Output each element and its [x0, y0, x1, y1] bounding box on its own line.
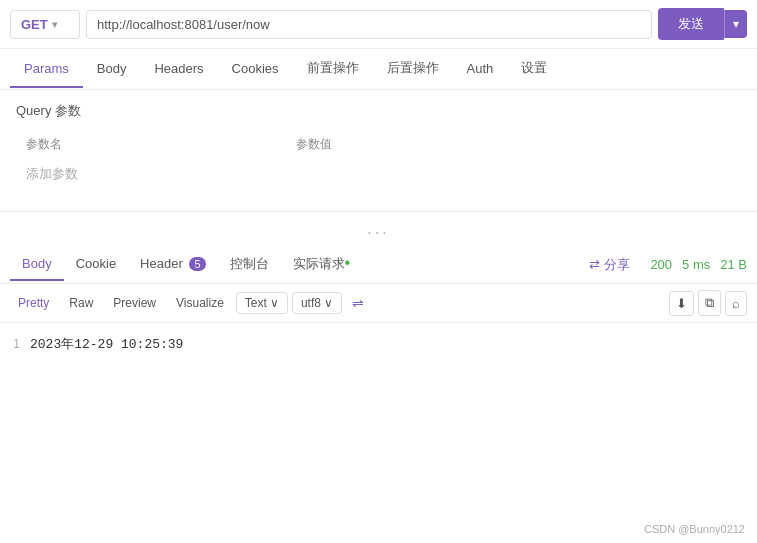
response-status: 200 5 ms 21 B	[650, 257, 747, 272]
col-name-header: 参数名	[16, 136, 296, 153]
status-code: 200	[650, 257, 672, 272]
add-param-row[interactable]: 添加参数	[16, 159, 741, 189]
raw-btn[interactable]: Raw	[61, 292, 101, 314]
share-icon: ⇄	[589, 257, 600, 272]
pretty-btn[interactable]: Pretty	[10, 292, 57, 314]
tab-pre-operation[interactable]: 前置操作	[293, 49, 373, 89]
tab-auth[interactable]: Auth	[453, 51, 508, 88]
method-selector[interactable]: GET ▾	[10, 10, 80, 39]
encoding-select[interactable]: utf8 ∨	[292, 292, 342, 314]
response-section: Body Cookie Header 5 控制台 实际请求• ⇄ 分享 200 …	[0, 246, 757, 403]
url-bar: GET ▾ 发送 ▾	[0, 0, 757, 49]
method-chevron: ▾	[52, 19, 57, 30]
visualize-btn[interactable]: Visualize	[168, 292, 232, 314]
line-number-1: 1	[0, 337, 30, 351]
code-line-1: 1 2023年12-29 10:25:39	[0, 333, 757, 355]
request-dot: •	[345, 254, 351, 271]
response-size: 21 B	[720, 257, 747, 272]
tab-headers[interactable]: Headers	[140, 51, 217, 88]
search-button[interactable]: ⌕	[725, 291, 747, 316]
response-tab-header[interactable]: Header 5	[128, 248, 217, 281]
params-table: 参数名 参数值 添加参数	[16, 130, 741, 189]
header-badge: 5	[189, 257, 205, 271]
params-section-title: Query 参数	[16, 102, 741, 120]
tab-cookies[interactable]: Cookies	[218, 51, 293, 88]
response-toolbar: Pretty Raw Preview Visualize Text ∨ utf8…	[0, 284, 757, 323]
response-tab-cookie[interactable]: Cookie	[64, 248, 128, 281]
params-section: Query 参数 参数名 参数值 添加参数	[0, 90, 757, 201]
preview-btn[interactable]: Preview	[105, 292, 164, 314]
copy-button[interactable]: ⧉	[698, 290, 721, 316]
response-tab-console[interactable]: 控制台	[218, 247, 281, 283]
watermark: CSDN @Bunny0212	[644, 523, 745, 535]
line-content-1: 2023年12-29 10:25:39	[30, 335, 183, 353]
tab-post-operation[interactable]: 后置操作	[373, 49, 453, 89]
request-tabs: Params Body Headers Cookies 前置操作 后置操作 Au…	[0, 49, 757, 90]
response-tab-body[interactable]: Body	[10, 248, 64, 281]
response-time: 5 ms	[682, 257, 710, 272]
share-button[interactable]: ⇄ 分享	[589, 256, 630, 274]
send-dropdown-button[interactable]: ▾	[724, 10, 747, 38]
format-button[interactable]: ⇌	[346, 291, 370, 315]
section-divider: ...	[0, 211, 757, 246]
url-input[interactable]	[86, 10, 652, 39]
download-button[interactable]: ⬇	[669, 291, 694, 316]
send-button-group: 发送 ▾	[658, 8, 747, 40]
method-label: GET	[21, 17, 48, 32]
response-tab-actual-request[interactable]: 实际请求•	[281, 246, 363, 283]
search-icon: ⌕	[732, 296, 740, 311]
col-value-header: 参数值	[296, 136, 741, 153]
send-button[interactable]: 发送	[658, 8, 724, 40]
text-format-select[interactable]: Text ∨	[236, 292, 288, 314]
tab-settings[interactable]: 设置	[507, 49, 561, 89]
code-area: 1 2023年12-29 10:25:39	[0, 323, 757, 403]
params-table-header: 参数名 参数值	[16, 130, 741, 159]
tab-body[interactable]: Body	[83, 51, 141, 88]
response-tabs: Body Cookie Header 5 控制台 实际请求• ⇄ 分享 200 …	[0, 246, 757, 284]
tab-params[interactable]: Params	[10, 51, 83, 88]
share-label: 分享	[604, 256, 630, 274]
